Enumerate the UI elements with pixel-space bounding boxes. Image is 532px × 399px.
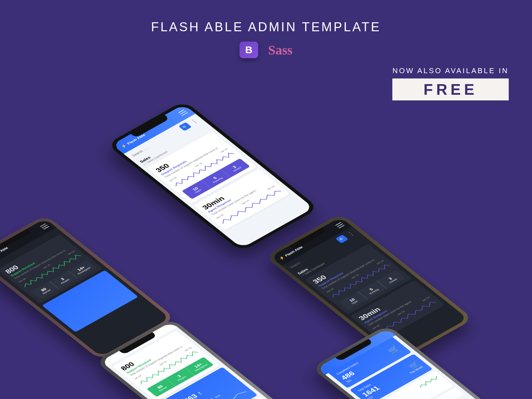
kebab-icon[interactable] [346, 231, 355, 237]
blue-summary-card [42, 270, 138, 332]
bolt-icon: ⚡ [278, 255, 286, 261]
tech-logos: B Sass [239, 42, 292, 58]
hamburger-icon[interactable] [178, 109, 188, 116]
phone-mockup-light-sales: ⚡Flash Able 🔍 Sales ⌂ / Sales Dashboard … [106, 100, 320, 252]
hamburger-icon[interactable] [335, 222, 344, 228]
search-button[interactable]: 🔍 [179, 122, 192, 131]
hamburger-icon[interactable] [40, 223, 49, 229]
search-button[interactable]: 🔍 [335, 234, 348, 243]
headline: FLASH ABLE ADMIN TEMPLATE [151, 20, 381, 34]
bootstrap-icon: B [239, 42, 258, 58]
kebab-icon[interactable] [190, 118, 199, 125]
promo-free-badge: FREE [392, 78, 509, 100]
day-sun[interactable]: SUN [214, 394, 222, 399]
sass-icon: Sass [268, 42, 292, 58]
cart-icon: 🛒 [386, 344, 402, 355]
promo-subtitle: NOW ALSO AVAILABLE IN [392, 66, 509, 75]
bolt-icon: ⚡ [120, 143, 128, 149]
promo-banner: NOW ALSO AVAILABLE IN FREE [392, 66, 509, 100]
